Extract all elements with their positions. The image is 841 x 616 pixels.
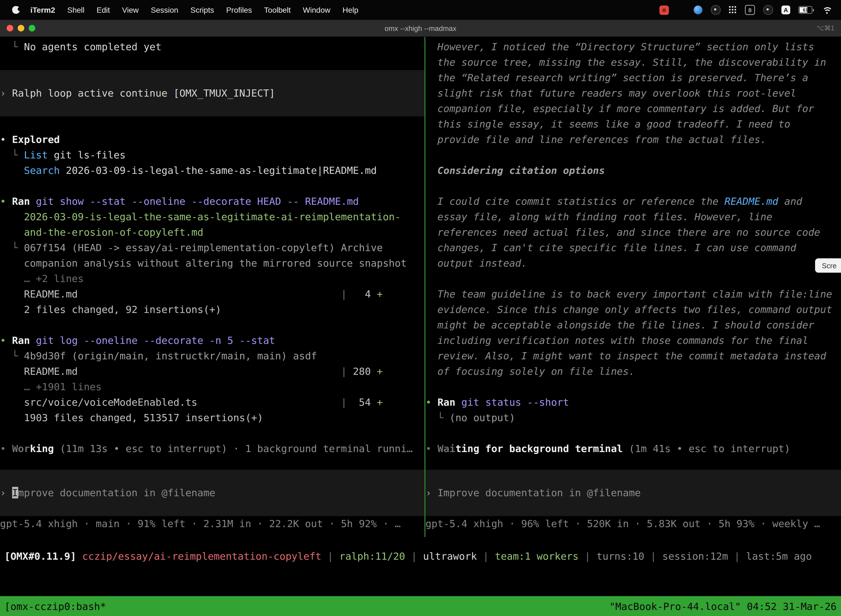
terminal-line: companion file, especially if more comme… [425, 101, 841, 116]
window-title: omx --xhigh --madmax [0, 24, 841, 32]
menu-edit[interactable]: Edit [91, 6, 116, 14]
menu-toolbelt[interactable]: Toolbelt [258, 6, 297, 14]
blank-line [425, 147, 841, 163]
screen-recording-icon[interactable] [659, 5, 669, 15]
blank-line [425, 178, 841, 194]
terminal-line: README.md | 280 + [0, 364, 424, 379]
terminal-line: … +2 lines [0, 271, 424, 286]
terminal-line: the “Related research writing” section i… [425, 70, 841, 85]
terminal-line: • Ran git status --short [425, 395, 841, 410]
menu-view[interactable]: View [116, 6, 145, 14]
omx-status-line: [OMX#0.11.9] cczip/essay/ai-reimplementa… [0, 549, 841, 564]
terminal-line: The team guideline is to back every impo… [425, 286, 841, 302]
browser-app-icon[interactable] [694, 6, 702, 14]
blank-line [0, 116, 424, 132]
window-shortcut-badge: ⌥⌘1 [816, 20, 834, 37]
command-input-box[interactable]: › Improve documentation in @filename [425, 470, 841, 516]
blank-line [0, 55, 424, 70]
terminal-line: • Ran git show --stat --oneline --decora… [0, 194, 424, 209]
terminal-line: └ 067f154 (HEAD -> essay/ai-reimplementa… [0, 240, 424, 255]
terminal-line: this single essay, it seems like a good … [425, 116, 841, 132]
traffic-lights [7, 25, 35, 31]
screen: iTerm2ShellEditViewSessionScriptsProfile… [0, 0, 841, 616]
dark-app-icon[interactable] [711, 5, 721, 15]
dark-app-icon-2[interactable] [763, 5, 773, 15]
menu-profiles[interactable]: Profiles [220, 6, 258, 14]
menu-window[interactable]: Window [297, 6, 337, 14]
blank-line [425, 379, 841, 395]
terminal-line: • Explored [0, 132, 424, 147]
tmux-session-label: [omx-cczip0:bash* [4, 600, 106, 612]
terminal-line: • Waiting for background terminal (1m 41… [425, 441, 841, 456]
app-grid-icon[interactable] [729, 6, 737, 14]
terminal-line: changes, I can't cite specific file line… [425, 240, 841, 255]
tmux-pane-left[interactable]: └ No agents completed yet› Ralph loop ac… [0, 37, 424, 532]
terminal-line: However, I noticed the “Directory Struct… [425, 39, 841, 55]
blank-line [0, 178, 424, 194]
terminal-line: • Working (11m 13s • esc to interrupt) ·… [0, 441, 424, 456]
terminal-line: 2026-03-09-is-legal-the-same-as-legitima… [0, 209, 424, 224]
terminal-line: └ 4b9d30f (origin/main, instructkr/main,… [0, 348, 424, 364]
screen-share-label: Scre [822, 261, 837, 270]
terminal-line: └ List git ls-files [0, 147, 424, 163]
terminal-line: … +1901 lines [0, 379, 424, 395]
terminal-line: 1903 files changed, 513517 insertions(+) [0, 410, 424, 425]
terminal-line: essay file, along with finding root file… [425, 209, 841, 224]
terminal-line: companion analysis without altering the … [0, 255, 424, 271]
terminal-line: └ (no output) [425, 410, 841, 425]
tmux-pane-right[interactable]: However, I noticed the “Directory Struct… [425, 37, 841, 532]
terminal-line: I could cite commit statistics or refere… [425, 194, 841, 209]
menu-help[interactable]: Help [336, 6, 365, 14]
input-source-icon[interactable]: A [781, 6, 790, 14]
apple-menu-icon[interactable] [12, 6, 20, 14]
terminal-line: Search 2026-03-09-is-legal-the-same-as-l… [0, 163, 424, 178]
terminal-line: 2 files changed, 92 insertions(+) [0, 302, 424, 317]
menu-shell[interactable]: Shell [61, 6, 91, 14]
spacer [0, 456, 424, 470]
terminal-area[interactable]: └ No agents completed yet› Ralph loop ac… [0, 37, 841, 616]
terminal-line: might be acceptable alongside the file l… [425, 317, 841, 333]
terminal-line: output instead. [425, 255, 841, 271]
blank-line [0, 425, 424, 441]
menu-iterm2[interactable]: iTerm2 [24, 6, 61, 14]
menu-session[interactable]: Session [145, 6, 184, 14]
command-input-box[interactable]: › Ralph loop active continue [OMX_TMUX_I… [0, 70, 424, 116]
terminal-line: and-the-erosion-of-copyleft.md [0, 224, 424, 240]
terminal-line: • Ran git log --oneline --decorate -n 5 … [0, 333, 424, 348]
blank-line [425, 425, 841, 441]
battery-icon[interactable]: 61 [799, 6, 814, 14]
menu-bar-status-icons: 8 A 61 [659, 5, 834, 15]
blank-line [425, 271, 841, 286]
minimize-window-button[interactable] [18, 25, 24, 31]
terminal-line: Considering citation options [425, 163, 841, 178]
terminal-line: src/voice/voiceModeEnabled.ts | 54 + [0, 395, 424, 410]
tmux-status-bar: [omx-cczip0:bash* "MacBook-Pro-44.local"… [0, 596, 841, 616]
terminal-line: README.md | 4 + [0, 286, 424, 302]
terminal-line: the source tree, missing the essay. Stil… [425, 55, 841, 70]
terminal-line: references need actual files, and since … [425, 224, 841, 240]
spacer [425, 456, 841, 470]
terminal-line: gpt-5.4 xhigh · 96% left · 520K in · 5.8… [425, 516, 841, 532]
keycap-icon[interactable]: 8 [745, 5, 755, 15]
blank-line [0, 317, 424, 333]
terminal-line: slight risk that future readers may over… [425, 85, 841, 101]
wifi-icon[interactable] [822, 6, 832, 14]
terminal-line: of focusing solely on file lines. [425, 364, 841, 379]
menu-scripts[interactable]: Scripts [184, 6, 220, 14]
zoom-window-button[interactable] [29, 25, 35, 31]
terminal-line: including verification notes with those … [425, 333, 841, 348]
terminal-line: provide file and line references from th… [425, 132, 841, 147]
terminal-line: └ No agents completed yet [0, 39, 424, 55]
macos-menu-bar: iTerm2ShellEditViewSessionScriptsProfile… [0, 0, 841, 20]
terminal-line: gpt-5.4 xhigh · main · 91% left · 2.31M … [0, 516, 424, 532]
terminal-line: review. Also, I might want to inspect th… [425, 348, 841, 364]
terminal-line: evidence. Since this change only affects… [425, 302, 841, 317]
close-window-button[interactable] [7, 25, 13, 31]
window-tiles-icon[interactable] [677, 7, 686, 13]
tmux-host-clock: "MacBook-Pro-44.local" 04:52 31-Mar-26 [609, 600, 837, 612]
screen-share-button[interactable]: Scre [815, 258, 841, 273]
window-title-bar: omx --xhigh --madmax ⌥⌘1 [0, 20, 841, 37]
command-input-box[interactable]: › Improve documentation in @filename [0, 470, 424, 516]
